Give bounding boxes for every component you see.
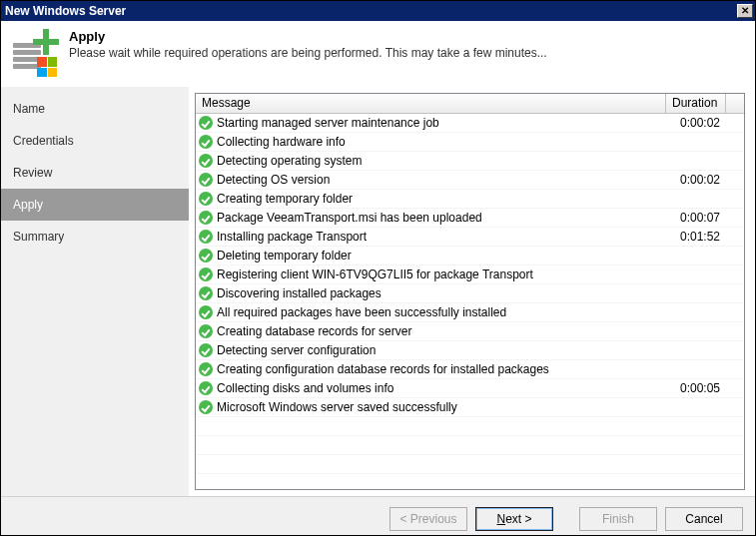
row-message: Creating database records for server bbox=[217, 324, 666, 338]
grid-header: Message Duration bbox=[196, 94, 744, 114]
row-message: All required packages have been successf… bbox=[217, 305, 666, 319]
grid-row[interactable]: Starting managed server maintenance job0… bbox=[196, 114, 744, 133]
wizard-step[interactable]: Apply bbox=[1, 189, 189, 221]
success-icon bbox=[199, 173, 213, 187]
grid-row[interactable]: Collecting hardware info bbox=[196, 133, 744, 152]
grid-row[interactable]: Package VeeamTransport.msi has been uplo… bbox=[196, 209, 744, 228]
title-bar: New Windows Server ✕ bbox=[1, 1, 755, 21]
column-header-spacer bbox=[726, 94, 744, 113]
row-duration: 0:00:02 bbox=[666, 173, 726, 187]
grid-row[interactable]: Registering client WIN-6TV9QG7LII5 for p… bbox=[196, 266, 744, 284]
row-message: Microsoft Windows server saved successfu… bbox=[217, 400, 666, 414]
row-duration: 0:00:02 bbox=[666, 116, 726, 130]
row-message: Registering client WIN-6TV9QG7LII5 for p… bbox=[217, 268, 666, 281]
row-message: Collecting disks and volumes info bbox=[217, 381, 666, 395]
wizard-content: Message Duration Starting managed server… bbox=[189, 87, 755, 496]
page-title: Apply bbox=[69, 29, 547, 44]
row-message: Package VeeamTransport.msi has been uplo… bbox=[217, 211, 666, 225]
grid-row[interactable]: Discovering installed packages bbox=[196, 284, 744, 303]
row-message: Installing package Transport bbox=[217, 230, 666, 244]
grid-row[interactable]: Microsoft Windows server saved successfu… bbox=[196, 398, 744, 417]
row-duration: 0:01:52 bbox=[666, 230, 726, 244]
grid-row-empty bbox=[196, 474, 744, 490]
grid-row-empty bbox=[196, 436, 744, 455]
grid-row[interactable]: Collecting disks and volumes info0:00:05 bbox=[196, 379, 744, 398]
grid-row[interactable]: Deleting temporary folder bbox=[196, 247, 744, 266]
row-message: Detecting server configuration bbox=[217, 343, 666, 357]
row-duration: 0:00:07 bbox=[666, 211, 726, 225]
plus-icon bbox=[33, 29, 59, 55]
row-message: Discovering installed packages bbox=[217, 286, 666, 300]
cancel-button[interactable]: Cancel bbox=[665, 507, 743, 531]
success-icon bbox=[199, 268, 213, 281]
grid-row[interactable]: Detecting server configuration bbox=[196, 341, 744, 360]
page-subtitle: Please wait while required operations ar… bbox=[69, 46, 547, 60]
progress-grid: Message Duration Starting managed server… bbox=[195, 93, 745, 490]
success-icon bbox=[199, 135, 213, 149]
wizard-steps-sidebar: NameCredentialsReviewApplySummary bbox=[1, 87, 189, 496]
grid-row[interactable]: All required packages have been successf… bbox=[196, 303, 744, 322]
success-icon bbox=[199, 230, 213, 244]
grid-row-empty bbox=[196, 455, 744, 474]
success-icon bbox=[199, 381, 213, 395]
wizard-icon bbox=[11, 29, 59, 77]
success-icon bbox=[199, 343, 213, 357]
grid-row-empty bbox=[196, 417, 744, 436]
success-icon bbox=[199, 305, 213, 319]
row-message: Starting managed server maintenance job bbox=[217, 116, 666, 130]
row-message: Detecting OS version bbox=[217, 173, 666, 187]
grid-row[interactable]: Detecting OS version0:00:02 bbox=[196, 171, 744, 190]
success-icon bbox=[199, 211, 213, 225]
wizard-step[interactable]: Name bbox=[1, 93, 189, 125]
window-title: New Windows Server bbox=[5, 4, 126, 18]
column-header-duration[interactable]: Duration bbox=[666, 94, 726, 113]
wizard-step[interactable]: Review bbox=[1, 157, 189, 189]
row-message: Deleting temporary folder bbox=[217, 249, 666, 263]
windows-logo-icon bbox=[37, 57, 57, 77]
row-message: Creating temporary folder bbox=[217, 192, 666, 206]
success-icon bbox=[199, 324, 213, 338]
row-duration: 0:00:05 bbox=[666, 381, 726, 395]
finish-button: Finish bbox=[579, 507, 657, 531]
grid-row[interactable]: Creating database records for server bbox=[196, 322, 744, 341]
grid-body: Starting managed server maintenance job0… bbox=[196, 114, 744, 490]
success-icon bbox=[199, 286, 213, 300]
previous-button: < Previous bbox=[389, 507, 467, 531]
success-icon bbox=[199, 192, 213, 206]
wizard-header: Apply Please wait while required operati… bbox=[1, 21, 755, 87]
success-icon bbox=[199, 400, 213, 414]
success-icon bbox=[199, 116, 213, 130]
row-message: Collecting hardware info bbox=[217, 135, 666, 149]
success-icon bbox=[199, 362, 213, 376]
grid-row[interactable]: Installing package Transport0:01:52 bbox=[196, 228, 744, 247]
grid-row[interactable]: Creating configuration database records … bbox=[196, 360, 744, 379]
row-message: Detecting operating system bbox=[217, 154, 666, 168]
wizard-step[interactable]: Credentials bbox=[1, 125, 189, 157]
close-button[interactable]: ✕ bbox=[737, 4, 753, 18]
next-button[interactable]: Next > bbox=[475, 507, 553, 531]
grid-row[interactable]: Creating temporary folder bbox=[196, 190, 744, 209]
wizard-step[interactable]: Summary bbox=[1, 221, 189, 253]
grid-row[interactable]: Detecting operating system bbox=[196, 152, 744, 171]
success-icon bbox=[199, 154, 213, 168]
success-icon bbox=[199, 249, 213, 263]
row-message: Creating configuration database records … bbox=[217, 362, 666, 376]
column-header-message[interactable]: Message bbox=[196, 94, 666, 113]
wizard-footer: < Previous Next > Finish Cancel bbox=[1, 496, 755, 536]
